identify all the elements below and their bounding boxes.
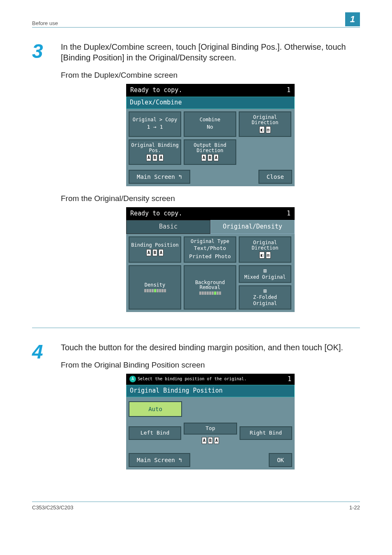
footer-model: C353/C253/C203 — [32, 504, 73, 511]
btn-ok[interactable]: OK — [269, 453, 292, 467]
doc-icon: ▤ — [240, 268, 290, 274]
tab-basic[interactable]: Basic — [126, 220, 210, 234]
btn-left-bind[interactable]: Left Bind — [129, 426, 181, 440]
screen-duplex-combine: Ready to copy. 1 Duplex/Combine Original… — [126, 84, 295, 186]
caption-original-density: From the Original/Density screen — [61, 194, 360, 204]
caption-binding-position: From the Original Binding Position scree… — [61, 360, 360, 370]
btn-density[interactable]: Density — [129, 265, 181, 310]
btn-output-bind-direction[interactable]: Output Bind Direction ABA — [184, 139, 236, 165]
chapter-number: 1 — [345, 12, 360, 26]
header-section: Before use — [32, 20, 58, 26]
info-icon: A — [129, 376, 136, 382]
ab-icon: ABA — [130, 249, 180, 256]
ab-icon: ABA — [130, 154, 180, 161]
screen-title: Original Binding Position — [126, 385, 295, 397]
tab-original-density[interactable]: Original/Density — [210, 220, 295, 234]
screen-original-binding-position: ASelect the binding position of the orig… — [126, 374, 295, 469]
btn-original-copy[interactable]: Original > Copy 1 → 1 — [129, 111, 181, 137]
btn-z-folded-original[interactable]: ▤ Z-Folded Original — [239, 285, 291, 310]
status-text: Select the binding position of the origi… — [138, 377, 247, 381]
footer-page: 1-22 — [349, 504, 360, 511]
direction-icon: ◧▤ — [240, 252, 290, 259]
step-number-3: 3 — [32, 42, 61, 315]
density-bar-icon — [130, 289, 180, 292]
btn-main-screen[interactable]: Main Screen ↰ — [129, 453, 190, 467]
btn-binding-position[interactable]: Binding Position ABA — [129, 236, 181, 263]
status-count: 1 — [287, 86, 291, 95]
status-count: 1 — [288, 375, 291, 384]
status-count: 1 — [287, 210, 291, 218]
btn-original-binding-pos[interactable]: Original Binding Pos. ABA — [129, 139, 181, 165]
step4-text: Touch the button for the desired binding… — [61, 342, 360, 353]
btn-background-removal[interactable]: Background Removal — [184, 265, 236, 310]
btn-close[interactable]: Close — [258, 170, 292, 184]
btn-top[interactable]: Top — [184, 423, 237, 435]
btn-combine[interactable]: Combine No — [184, 111, 236, 137]
btn-main-screen[interactable]: Main Screen ↰ — [129, 170, 190, 184]
bgremoval-bar-icon — [185, 291, 235, 295]
doc-icon: ▤ — [240, 288, 290, 294]
status-text: Ready to copy. — [130, 86, 182, 95]
screen-title: Duplex/Combine — [126, 97, 295, 109]
screen-original-density: Ready to copy. 1 Basic Original/Density … — [126, 207, 295, 312]
btn-mixed-original[interactable]: ▤ Mixed Original — [239, 265, 291, 283]
status-text: Ready to copy. — [130, 210, 182, 218]
step-number-4: 4 — [32, 342, 61, 473]
ab-icon: ABA — [202, 437, 219, 444]
ab-icon: ABA — [185, 154, 235, 161]
btn-original-direction[interactable]: Original Direction ◧▤ — [239, 111, 291, 137]
step3-text: In the Duplex/Combine screen, touch [Ori… — [61, 42, 360, 63]
direction-icon: ◧▤ — [240, 126, 290, 133]
btn-auto[interactable]: Auto — [129, 401, 182, 417]
caption-duplex: From the Duplex/Combine screen — [61, 70, 360, 81]
btn-original-direction[interactable]: Original Direction ◧▤ — [239, 236, 291, 263]
btn-original-type[interactable]: Original Type Text/Photo Printed Photo — [184, 236, 236, 263]
btn-right-bind[interactable]: Right Bind — [240, 426, 292, 440]
